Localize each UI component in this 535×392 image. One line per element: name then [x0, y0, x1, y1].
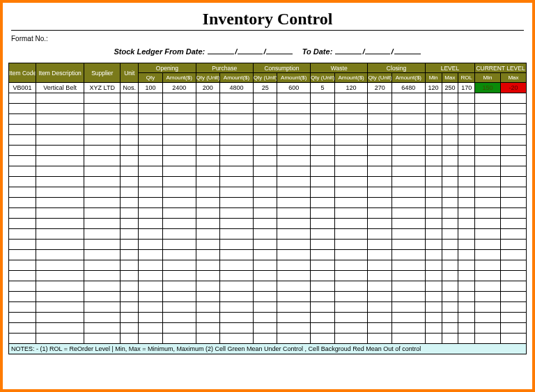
- empty-cell[interactable]: [458, 135, 475, 146]
- empty-cell[interactable]: [475, 292, 501, 302]
- empty-cell[interactable]: [392, 313, 426, 323]
- empty-cell[interactable]: [162, 260, 196, 271]
- empty-cell[interactable]: [121, 166, 139, 177]
- empty-cell[interactable]: [475, 323, 501, 334]
- empty-cell[interactable]: [139, 198, 163, 208]
- empty-cell[interactable]: [139, 135, 163, 146]
- empty-cell[interactable]: [475, 240, 501, 250]
- empty-cell[interactable]: [458, 156, 475, 166]
- empty-cell[interactable]: [84, 135, 121, 146]
- empty-cell[interactable]: [425, 208, 442, 219]
- empty-cell[interactable]: [442, 219, 458, 229]
- empty-cell[interactable]: [392, 219, 426, 229]
- empty-cell[interactable]: [277, 302, 311, 313]
- empty-cell[interactable]: [392, 177, 426, 187]
- empty-cell[interactable]: [9, 313, 36, 323]
- empty-cell[interactable]: [9, 156, 36, 166]
- empty-cell[interactable]: [9, 219, 36, 229]
- empty-cell[interactable]: [311, 125, 335, 135]
- empty-cell[interactable]: [311, 146, 335, 156]
- empty-cell[interactable]: [84, 229, 121, 240]
- empty-cell[interactable]: [253, 208, 277, 219]
- empty-cell[interactable]: [334, 125, 368, 135]
- empty-cell[interactable]: [500, 93, 526, 104]
- empty-cell[interactable]: [253, 166, 277, 177]
- empty-cell[interactable]: [277, 156, 311, 166]
- empty-cell[interactable]: [277, 114, 311, 125]
- empty-cell[interactable]: [311, 313, 335, 323]
- empty-cell[interactable]: [253, 260, 277, 271]
- empty-cell[interactable]: [277, 229, 311, 240]
- to-date-blank-2[interactable]: [365, 47, 390, 54]
- empty-cell[interactable]: [139, 313, 163, 323]
- empty-cell[interactable]: [442, 260, 458, 271]
- empty-cell[interactable]: [121, 250, 139, 260]
- empty-cell[interactable]: [458, 219, 475, 229]
- empty-cell[interactable]: [334, 292, 368, 302]
- cell-lvl-min[interactable]: 120: [425, 83, 442, 93]
- empty-cell[interactable]: [9, 281, 36, 292]
- empty-cell[interactable]: [9, 166, 36, 177]
- empty-cell[interactable]: [425, 271, 442, 281]
- empty-cell[interactable]: [500, 135, 526, 146]
- empty-cell[interactable]: [220, 334, 254, 344]
- empty-cell[interactable]: [425, 156, 442, 166]
- empty-cell[interactable]: [277, 104, 311, 114]
- empty-cell[interactable]: [425, 281, 442, 292]
- empty-cell[interactable]: [368, 313, 392, 323]
- empty-cell[interactable]: [277, 240, 311, 250]
- empty-cell[interactable]: [458, 240, 475, 250]
- empty-cell[interactable]: [425, 125, 442, 135]
- empty-cell[interactable]: [84, 250, 121, 260]
- empty-cell[interactable]: [9, 114, 36, 125]
- empty-cell[interactable]: [220, 208, 254, 219]
- empty-cell[interactable]: [139, 271, 163, 281]
- empty-cell[interactable]: [162, 313, 196, 323]
- empty-cell[interactable]: [311, 334, 335, 344]
- empty-cell[interactable]: [36, 229, 84, 240]
- empty-cell[interactable]: [500, 334, 526, 344]
- empty-cell[interactable]: [442, 229, 458, 240]
- empty-cell[interactable]: [458, 334, 475, 344]
- empty-cell[interactable]: [500, 302, 526, 313]
- empty-cell[interactable]: [36, 219, 84, 229]
- cell-cur-min[interactable]: 150: [475, 83, 501, 93]
- empty-cell[interactable]: [220, 229, 254, 240]
- empty-cell[interactable]: [392, 166, 426, 177]
- empty-cell[interactable]: [334, 334, 368, 344]
- empty-cell[interactable]: [139, 104, 163, 114]
- empty-cell[interactable]: [253, 125, 277, 135]
- empty-cell[interactable]: [162, 323, 196, 334]
- empty-cell[interactable]: [392, 125, 426, 135]
- empty-cell[interactable]: [139, 146, 163, 156]
- empty-cell[interactable]: [334, 313, 368, 323]
- empty-cell[interactable]: [334, 93, 368, 104]
- empty-cell[interactable]: [475, 104, 501, 114]
- empty-cell[interactable]: [425, 146, 442, 156]
- empty-cell[interactable]: [220, 313, 254, 323]
- cell-waste-qty[interactable]: 5: [311, 83, 335, 93]
- empty-cell[interactable]: [196, 114, 220, 125]
- empty-cell[interactable]: [139, 177, 163, 187]
- cell-opening-qty[interactable]: 100: [139, 83, 163, 93]
- empty-cell[interactable]: [162, 125, 196, 135]
- empty-cell[interactable]: [9, 292, 36, 302]
- empty-cell[interactable]: [139, 292, 163, 302]
- cell-cur-max[interactable]: -20: [500, 83, 526, 93]
- empty-cell[interactable]: [425, 292, 442, 302]
- empty-cell[interactable]: [36, 240, 84, 250]
- empty-cell[interactable]: [162, 198, 196, 208]
- empty-cell[interactable]: [311, 114, 335, 125]
- empty-cell[interactable]: [139, 93, 163, 104]
- empty-cell[interactable]: [458, 313, 475, 323]
- empty-cell[interactable]: [220, 135, 254, 146]
- empty-cell[interactable]: [121, 198, 139, 208]
- cell-lvl-rol[interactable]: 170: [458, 83, 475, 93]
- empty-cell[interactable]: [500, 146, 526, 156]
- empty-cell[interactable]: [334, 271, 368, 281]
- empty-cell[interactable]: [36, 271, 84, 281]
- to-date-blank-3[interactable]: [394, 47, 421, 54]
- empty-cell[interactable]: [475, 271, 501, 281]
- empty-cell[interactable]: [84, 187, 121, 198]
- empty-cell[interactable]: [9, 187, 36, 198]
